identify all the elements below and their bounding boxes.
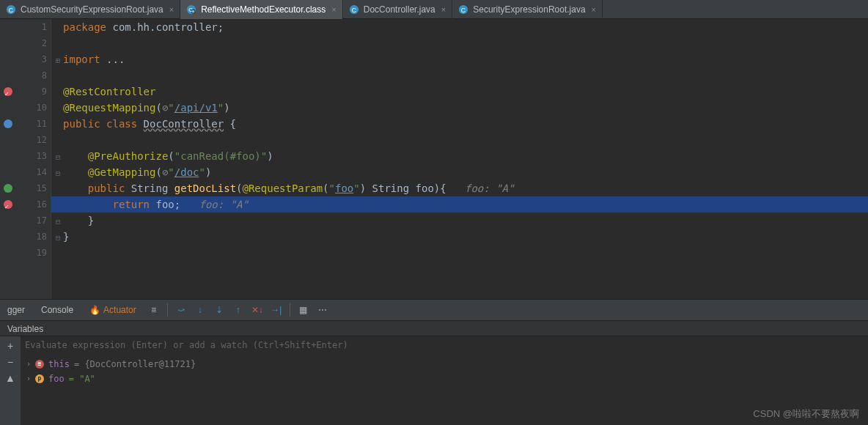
close-icon[interactable]: × <box>169 5 174 14</box>
variable-row[interactable]: ›≡this = {DocController@11721} <box>26 357 862 372</box>
line-number: 19 <box>16 245 47 261</box>
tab-CustomSecurityExpressionRoot.java[interactable]: CCustomSecurityExpressionRoot.java× <box>0 0 180 19</box>
fold-icon[interactable]: ⊞ <box>56 56 60 64</box>
code-line-17[interactable]: ⊟ } <box>51 212 868 229</box>
code-line-8[interactable] <box>51 67 868 84</box>
nav-icon[interactable] <box>4 119 12 128</box>
code-line-18[interactable]: ⊟} <box>51 229 868 245</box>
threads-icon[interactable]: ≡ <box>148 304 160 316</box>
breakpoint-hit-icon[interactable] <box>4 200 12 209</box>
close-icon[interactable]: × <box>441 5 446 14</box>
close-icon[interactable]: × <box>592 5 596 14</box>
line-number: 17 <box>16 212 47 229</box>
step-into-icon[interactable]: ↓ <box>194 304 206 316</box>
fold-icon[interactable]: ⊟ <box>56 169 60 177</box>
breakpoint-icon[interactable] <box>4 87 12 96</box>
line-number: 12 <box>16 132 47 148</box>
svg-text:C: C <box>461 7 466 14</box>
code-line-12[interactable] <box>51 132 868 148</box>
step-over-icon[interactable]: ⤻ <box>175 304 187 316</box>
line-number: 13 <box>16 148 47 164</box>
variables-header: Variables <box>0 320 868 336</box>
line-number: 18 <box>16 229 47 245</box>
code-line-13[interactable]: ⊟ @PreAuthorize("canRead(#foo)") <box>51 148 868 164</box>
code-line-19[interactable] <box>51 245 868 261</box>
code-line-10[interactable]: @RequestMapping(⊘"/api/v1") <box>51 100 868 116</box>
tab-SecurityExpressionRoot.java[interactable]: CSecurityExpressionRoot.java× <box>452 0 603 19</box>
line-number: 11 <box>16 116 47 132</box>
close-icon[interactable]: × <box>331 5 336 14</box>
code-line-1[interactable]: package com.hh.controller; <box>51 19 868 35</box>
eval-input[interactable]: Evaluate expression (Enter) or add a wat… <box>21 336 868 354</box>
svg-text:C: C <box>352 7 356 14</box>
run-to-cursor-icon[interactable]: →| <box>271 304 282 316</box>
code-line-11[interactable]: public class DocController { <box>51 116 868 132</box>
code-line-15[interactable]: public String getDocList(@RequestParam("… <box>51 180 868 196</box>
nav-icon[interactable] <box>4 184 12 193</box>
code-line-16[interactable]: return foo; foo: "A" <box>51 196 868 212</box>
line-number: 15 <box>16 180 47 196</box>
line-number: 2 <box>16 35 47 51</box>
drop-frame-icon[interactable]: ✕↓ <box>251 304 263 316</box>
code-line-14[interactable]: ⊟ @GetMapping(⊘"/doc") <box>51 164 868 180</box>
code-line-9[interactable]: @RestController <box>51 84 868 100</box>
line-number: 10 <box>16 100 47 116</box>
fold-icon[interactable]: ⊟ <box>56 153 60 161</box>
svg-text:C: C <box>188 7 193 13</box>
line-number: 14 <box>16 164 47 180</box>
step-out-icon[interactable]: ↑ <box>232 304 244 316</box>
remove-watch-button[interactable]: − <box>4 355 17 369</box>
line-number: 16 <box>16 196 47 212</box>
add-watch-button[interactable]: + <box>4 339 17 352</box>
tab-DocController.java[interactable]: CDocController.java× <box>343 0 452 19</box>
fold-icon[interactable]: ⊟ <box>56 234 60 242</box>
fold-icon[interactable]: ⊟ <box>56 218 60 226</box>
line-number: 3 <box>16 51 47 67</box>
force-step-icon[interactable]: ⇣ <box>213 304 225 316</box>
trace-icon[interactable]: ⋯ <box>317 304 328 316</box>
code-line-2[interactable] <box>51 35 868 51</box>
line-number: 1 <box>16 19 47 35</box>
line-number: 9 <box>16 84 47 100</box>
evaluate-icon[interactable]: ▦ <box>298 304 309 316</box>
tab-debugger[interactable]: gger <box>3 305 29 315</box>
tab-ReflectiveMethodExecutor.class[interactable]: CReflectiveMethodExecutor.class× <box>180 0 343 19</box>
tab-actuator[interactable]: 🔥 Actuator <box>85 305 141 315</box>
variable-row[interactable]: ›pfoo = "A" <box>26 372 862 386</box>
svg-text:C: C <box>9 7 13 14</box>
code-line-3[interactable]: ⊞import ... <box>51 51 868 67</box>
up-button[interactable]: ▲ <box>4 372 17 385</box>
line-number: 8 <box>16 67 47 84</box>
tab-console[interactable]: Console <box>37 305 78 315</box>
